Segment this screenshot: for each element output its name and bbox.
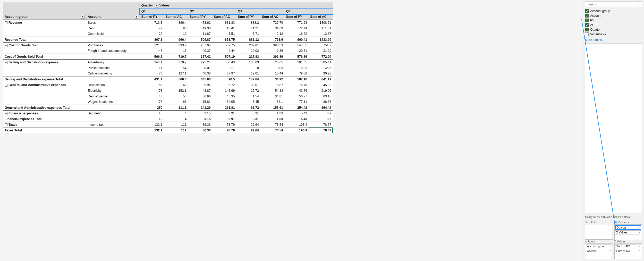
value-cell[interactable]: 73.54 bbox=[260, 122, 285, 128]
total-cell[interactable]: 710.7 bbox=[164, 54, 188, 60]
field-pill[interactable]: Quarter▾ bbox=[615, 225, 641, 230]
value-cell[interactable]: 45.5 bbox=[309, 65, 333, 71]
value-cell[interactable]: 43.76 bbox=[285, 88, 309, 94]
value-cell[interactable]: 3.2 bbox=[309, 111, 333, 116]
value-cell[interactable]: 63.18 bbox=[309, 94, 333, 99]
value-cell[interactable]: 111.61 bbox=[309, 26, 333, 31]
total-cell[interactable]: 90.5 bbox=[212, 77, 236, 82]
checkbox-icon[interactable]: ✓ bbox=[585, 23, 589, 27]
total-cell[interactable]: 996.4 bbox=[164, 37, 188, 43]
total-cell[interactable]: 63.72 bbox=[236, 105, 260, 111]
value-cell[interactable]: 729.79 bbox=[260, 20, 285, 26]
total-cell[interactable]: 327.42 bbox=[188, 54, 212, 60]
total-cell[interactable]: 587.16 bbox=[285, 77, 309, 82]
value-cell[interactable]: 11.87 bbox=[188, 31, 212, 37]
table-row[interactable]: Electricity78152.148.87145.6916.7254.834… bbox=[3, 88, 333, 94]
total-cell[interactable]: 885.12 bbox=[236, 37, 260, 43]
value-cell[interactable]: 10.02 bbox=[236, 48, 260, 54]
field-pill[interactable]: Sum of PY▾ bbox=[615, 244, 641, 248]
checkbox-icon[interactable]: ✓ bbox=[585, 14, 589, 18]
checkbox-icon[interactable]: ✓ bbox=[585, 19, 589, 22]
value-cell[interactable]: 72 bbox=[140, 26, 164, 31]
total-cell[interactable]: 5.43 bbox=[285, 116, 309, 122]
total-row[interactable]: Taxes Total132.111186.3678.7922.6473.541… bbox=[3, 128, 333, 133]
checkbox-icon[interactable]: ✓ bbox=[585, 28, 589, 31]
value-cell[interactable]: 48.87 bbox=[188, 88, 212, 94]
total-cell[interactable]: 78.79 bbox=[212, 128, 236, 133]
table-row[interactable]: Commission221011.873.515.712.1216.2913.8… bbox=[3, 31, 333, 37]
total-cell[interactable]: 763.6 bbox=[260, 37, 285, 43]
value-cell[interactable]: 34.81 bbox=[260, 94, 285, 99]
value-cell[interactable]: 396.53 bbox=[260, 43, 285, 48]
field-pill[interactable]: Account▾ bbox=[586, 249, 612, 253]
value-cell[interactable]: 193.4 bbox=[285, 122, 309, 128]
total-cell[interactable]: 509.87 bbox=[188, 37, 212, 43]
value-cell[interactable]: 86.36 bbox=[188, 122, 212, 128]
value-cell[interactable]: 3.91 bbox=[212, 111, 236, 116]
total-cell[interactable]: 158.61 bbox=[260, 105, 285, 111]
value-cell[interactable]: 7.45 bbox=[236, 99, 260, 105]
collapse-icon[interactable]: − bbox=[5, 112, 7, 115]
value-cell[interactable]: 1.83 bbox=[260, 111, 285, 116]
value-cell[interactable]: 135.63 bbox=[236, 60, 260, 65]
value-cell[interactable]: 43 bbox=[140, 94, 164, 99]
quarter-filter-icon[interactable]: ▾ bbox=[155, 4, 158, 7]
table-row[interactable]: −General and Administrative expensesDepr… bbox=[3, 82, 333, 88]
table-row[interactable]: −TaxesIncome tax132.111186.3678.7922.647… bbox=[3, 122, 333, 128]
account-header[interactable]: Account ▾ bbox=[86, 14, 140, 20]
total-cell[interactable]: 78.67 bbox=[309, 128, 333, 133]
total-cell[interactable]: 111 bbox=[164, 128, 188, 133]
value-cell[interactable]: 0.83 bbox=[260, 65, 285, 71]
value-cell[interactable]: 713.3 bbox=[140, 20, 164, 26]
value-cell[interactable]: 0.31 bbox=[236, 111, 260, 116]
chevron-down-icon[interactable]: ▾ bbox=[609, 245, 611, 248]
total-cell[interactable]: 507.19 bbox=[212, 54, 236, 60]
collapse-icon[interactable]: − bbox=[5, 84, 7, 87]
value-cell[interactable]: 547.55 bbox=[285, 43, 309, 48]
value-cell[interactable]: 54.83 bbox=[260, 88, 285, 94]
value-cell[interactable]: 838.2 bbox=[236, 20, 260, 26]
field-pill[interactable]: Account group▾ bbox=[586, 244, 612, 248]
value-cell[interactable]: 111 bbox=[164, 122, 188, 128]
value-cell[interactable]: 15.81 bbox=[188, 99, 212, 105]
table-row[interactable]: −RevenueSales713.3896.4478.62831.83838.2… bbox=[3, 20, 333, 26]
value-cell[interactable]: 73 bbox=[140, 99, 164, 105]
field-item[interactable]: ✓AC bbox=[585, 23, 642, 27]
value-cell[interactable]: 72.44 bbox=[285, 26, 309, 31]
value-cell[interactable]: 16.29 bbox=[285, 31, 309, 37]
field-pill[interactable]: Σ Values▾ bbox=[615, 230, 641, 234]
value-cell[interactable]: 78 bbox=[140, 88, 164, 94]
value-cell[interactable]: 17 bbox=[164, 48, 188, 54]
checkbox-icon[interactable]: ✓ bbox=[585, 9, 589, 13]
value-cell[interactable]: 344.1 bbox=[140, 60, 164, 65]
value-cell[interactable]: 5.71 bbox=[236, 31, 260, 37]
value-cell[interactable]: 6.72 bbox=[212, 82, 236, 88]
value-cell[interactable]: 39.95 bbox=[188, 82, 212, 88]
total-cell[interactable]: 853.75 bbox=[212, 37, 236, 43]
field-item[interactable]: ✓Variance % bbox=[585, 32, 642, 37]
total-cell[interactable]: 261.81 bbox=[212, 105, 236, 111]
value-cell[interactable]: 5.93 bbox=[285, 65, 309, 71]
total-cell[interactable]: 576.86 bbox=[285, 54, 309, 60]
table-row[interactable]: Freigh-in and customs duty451740.374.441… bbox=[3, 48, 333, 54]
field-item[interactable]: ✓Account group bbox=[585, 9, 642, 13]
total-cell[interactable]: 560.3 bbox=[164, 77, 188, 82]
chevron-down-icon[interactable]: ▾ bbox=[638, 226, 640, 229]
table-row[interactable]: −Cost of Goods SoldPurchases521.5693.728… bbox=[3, 43, 333, 48]
total-cell[interactable]: 3.2 bbox=[309, 116, 333, 122]
chevron-down-icon[interactable]: ▾ bbox=[639, 231, 640, 234]
table-row[interactable]: Wages & salaries736615.8164.057.4563.177… bbox=[3, 99, 333, 105]
value-cell[interactable]: 831.83 bbox=[212, 20, 236, 26]
value-cell[interactable]: 63.1 bbox=[260, 99, 285, 105]
value-cell[interactable]: 45.35 bbox=[212, 94, 236, 99]
total-cell[interactable]: 10 bbox=[140, 116, 164, 122]
total-cell[interactable]: 860.41 bbox=[285, 37, 309, 43]
value-cell[interactable]: 90.28 bbox=[309, 71, 333, 77]
total-row[interactable]: Revenue Total807.3996.4509.87853.75885.1… bbox=[3, 37, 333, 43]
table-row[interactable]: Public relations11540.012.100.835.9345.5 bbox=[3, 65, 333, 71]
total-row[interactable]: Cost of Goods Sold Total566.5710.7327.42… bbox=[3, 54, 333, 60]
total-cell[interactable]: 217.83 bbox=[236, 54, 260, 60]
total-cell[interactable]: 250 bbox=[140, 105, 164, 111]
total-cell[interactable]: 141.29 bbox=[188, 105, 212, 111]
value-cell[interactable]: 21.29 bbox=[309, 48, 333, 54]
